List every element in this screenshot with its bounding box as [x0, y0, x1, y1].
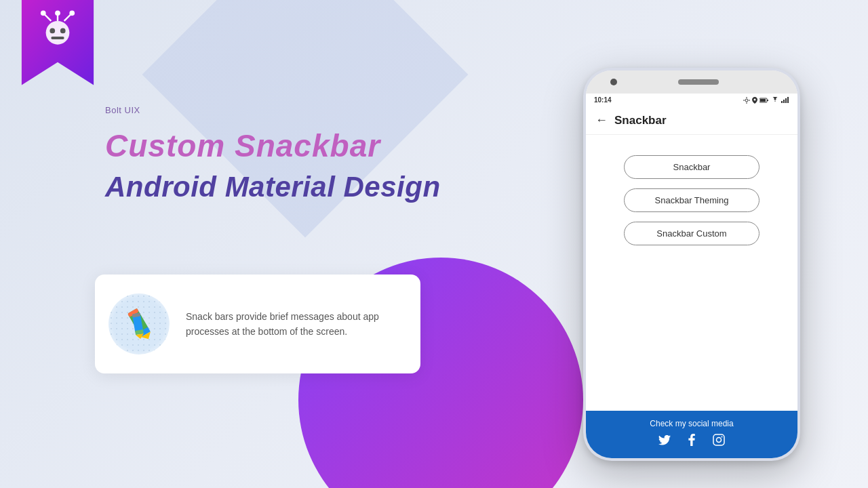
svg-point-1 [46, 21, 70, 45]
app-bar: ← Snackbar [586, 106, 797, 135]
svg-point-10 [69, 10, 75, 16]
svg-point-29 [717, 438, 722, 443]
facebook-icon[interactable] [684, 432, 699, 447]
status-time: 10:14 [594, 96, 612, 104]
svg-point-20 [754, 98, 756, 100]
logo-bookmark [14, 0, 102, 95]
svg-point-2 [50, 28, 55, 34]
status-bar: 10:14 [586, 94, 797, 106]
app-bar-title: Snackbar [614, 114, 667, 127]
svg-rect-24 [781, 101, 783, 103]
svg-rect-22 [760, 99, 766, 102]
back-button[interactable]: ← [595, 113, 608, 127]
phone-bezel-top [586, 70, 797, 94]
twitter-icon[interactable] [657, 432, 672, 447]
phone-mockup: 10:14 ← Snackbar [583, 68, 800, 461]
signal-icon [781, 97, 789, 103]
pencil-icon [121, 305, 157, 343]
snackbar-button-2[interactable]: Snackbar Theming [624, 188, 760, 212]
title-android: Android Material Design [105, 171, 526, 203]
location-icon [752, 97, 757, 104]
svg-point-19 [745, 99, 748, 102]
svg-point-30 [722, 436, 723, 438]
svg-point-8 [41, 10, 46, 16]
phone-camera [610, 79, 617, 85]
status-icons [743, 97, 789, 104]
svg-point-6 [55, 10, 60, 16]
brand-label: Bolt UIX [105, 105, 526, 115]
phone-snackbar: Check my social media [586, 411, 797, 458]
snackbar-social-icons [597, 432, 787, 447]
snackbar-button-3[interactable]: Snackbar Custom [624, 222, 760, 245]
logo-area [0, 0, 115, 98]
battery-icon [760, 98, 769, 103]
svg-rect-27 [787, 97, 789, 103]
svg-point-3 [60, 28, 66, 34]
phone-content: Snackbar Snackbar Theming Snackbar Custo… [586, 135, 797, 411]
snackbar-button-1[interactable]: Snackbar [624, 155, 760, 179]
phone-screen: 10:14 ← Snackbar [586, 70, 797, 458]
snackbar-message: Check my social media [597, 419, 787, 428]
svg-rect-23 [767, 100, 768, 101]
svg-rect-26 [785, 98, 787, 103]
left-content: Bolt UIX Custom Snackbar Android Materia… [105, 105, 526, 203]
svg-rect-25 [783, 100, 785, 103]
svg-rect-4 [51, 37, 64, 39]
wifi-icon [771, 97, 779, 103]
phone-outer-shell: 10:14 ← Snackbar [583, 68, 800, 461]
card-description: Snack bars provide brief messages about … [186, 309, 401, 340]
card-icon-area [108, 293, 170, 354]
info-card: Snack bars provide brief messages about … [95, 274, 420, 373]
settings-icon [743, 97, 750, 104]
title-snackbar: Custom Snackbar [105, 127, 526, 164]
phone-speaker [678, 79, 719, 85]
svg-rect-28 [713, 434, 724, 445]
instagram-icon[interactable] [711, 432, 726, 447]
